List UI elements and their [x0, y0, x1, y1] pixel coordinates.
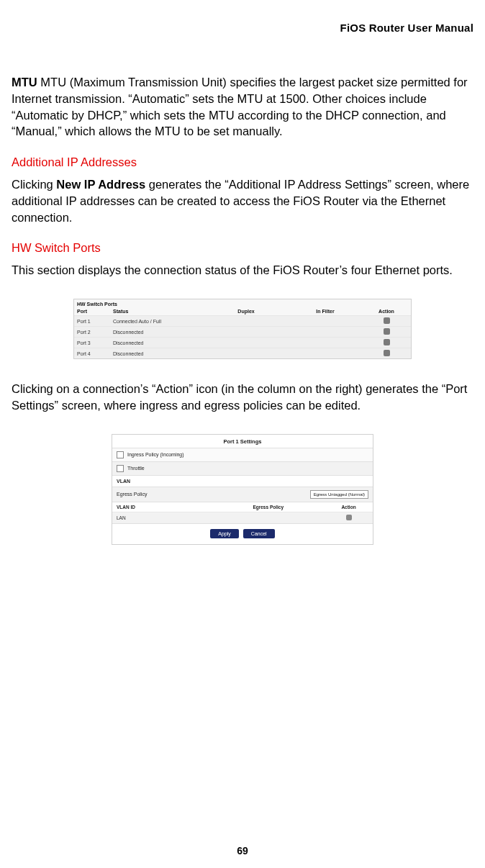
hw-switch-table: HW Switch Ports Port Status Duplex In Fi… — [73, 299, 412, 359]
ingress-policy-label: Ingress Policy (Incoming) — [127, 452, 368, 457]
ps-th-vlanid: VLAN ID — [117, 505, 207, 510]
port-settings-panel: Port 1 Settings Ingress Policy (Incoming… — [112, 434, 373, 545]
edit-icon[interactable] — [384, 328, 390, 335]
hw-th-duplex: Duplex — [207, 309, 286, 314]
checkbox-icon[interactable] — [117, 465, 124, 472]
ps-th-action: Action — [329, 505, 368, 510]
hw-status-cell: Connected Auto / Full — [113, 319, 207, 324]
egress-policy-row: Egress Policy Egress Untagged (Normal) — [112, 487, 373, 502]
hw-switch-figure: HW Switch Ports Port Status Duplex In Fi… — [12, 299, 473, 359]
cancel-button[interactable]: Cancel — [243, 529, 275, 538]
additional-ip-heading: Additional IP Addresses — [12, 155, 473, 169]
vlan-section-label: VLAN — [112, 475, 373, 487]
page-header-title: FiOS Router User Manual — [12, 22, 473, 34]
hw-switch-after: Clicking on a connection’s “Action” icon… — [12, 381, 473, 414]
table-row: Port 1 Connected Auto / Full — [74, 315, 411, 326]
edit-icon[interactable] — [384, 317, 390, 324]
checkbox-icon[interactable] — [117, 451, 124, 458]
hw-port-cell: Port 4 — [77, 351, 113, 356]
hw-port-cell: Port 2 — [77, 330, 113, 335]
throttle-label: Throttle — [127, 466, 368, 471]
hw-port-cell: Port 1 — [77, 319, 113, 324]
additional-ip-lead: Clicking — [12, 178, 56, 191]
hw-switch-body: This section displays the connection sta… — [12, 262, 473, 279]
table-row: LAN — [112, 512, 373, 523]
hw-table-header-row: Port Status Duplex In Filter Action — [74, 307, 411, 315]
hw-switch-heading: HW Switch Ports — [12, 241, 473, 255]
hw-table-title: HW Switch Ports — [74, 299, 411, 307]
mtu-body: MTU (Maximum Transmission Unit) specifie… — [12, 76, 468, 137]
port-settings-title: Port 1 Settings — [112, 435, 373, 448]
hw-status-cell: Disconnected — [113, 340, 207, 345]
apply-button[interactable]: Apply — [210, 529, 239, 538]
table-row: Port 4 Disconnected — [74, 348, 411, 358]
ps-vlanid-cell: LAN — [117, 515, 207, 520]
edit-icon[interactable] — [384, 339, 390, 345]
port-settings-header-row: VLAN ID Egress Policy Action — [112, 502, 373, 512]
hw-status-cell: Disconnected — [113, 330, 207, 335]
mtu-label: MTU — [12, 76, 37, 89]
hw-th-action: Action — [365, 309, 408, 314]
page-number: 69 — [0, 845, 485, 856]
port-settings-buttons: Apply Cancel — [112, 523, 373, 544]
additional-ip-body: Clicking New IP Address generates the “A… — [12, 176, 473, 225]
hw-port-cell: Port 3 — [77, 340, 113, 345]
mtu-section: MTU MTU (Maximum Transmission Unit) spec… — [12, 74, 473, 140]
additional-ip-bold: New IP Address — [56, 178, 145, 191]
hw-status-cell: Disconnected — [113, 351, 207, 356]
ps-th-egress: Egress Policy — [207, 505, 329, 510]
table-row: Port 2 Disconnected — [74, 326, 411, 337]
port-settings-figure: Port 1 Settings Ingress Policy (Incoming… — [12, 434, 473, 545]
vlan-label: VLAN — [117, 479, 368, 484]
table-row: Port 3 Disconnected — [74, 337, 411, 348]
throttle-row: Throttle — [112, 461, 373, 475]
ingress-policy-row: Ingress Policy (Incoming) — [112, 448, 373, 461]
hw-th-status: Status — [113, 309, 207, 314]
edit-icon[interactable] — [346, 515, 352, 520]
hw-th-port: Port — [77, 309, 113, 314]
egress-policy-label: Egress Policy — [117, 492, 310, 497]
egress-policy-select[interactable]: Egress Untagged (Normal) — [310, 490, 368, 499]
edit-icon[interactable] — [384, 350, 390, 356]
hw-th-filter: In Filter — [286, 309, 365, 314]
